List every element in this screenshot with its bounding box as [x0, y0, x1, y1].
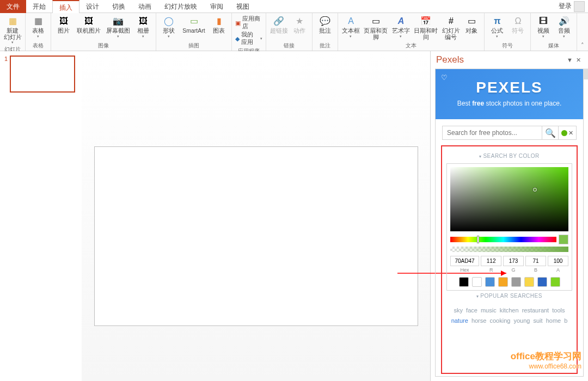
smartart-button[interactable]: ▭SmartArt: [180, 14, 207, 34]
table-icon: ▦: [31, 15, 45, 27]
popular-search-term[interactable]: face: [466, 307, 481, 314]
tab-slideshow[interactable]: 幻灯片放映: [158, 0, 204, 13]
slidenumber-button[interactable]: #幻灯片 编号: [442, 14, 460, 40]
screenshot-button[interactable]: 📷屏幕截图▾: [105, 14, 132, 38]
preset-swatch[interactable]: [472, 277, 482, 287]
comment-button[interactable]: 💬批注: [316, 14, 334, 34]
r-input[interactable]: [481, 256, 501, 266]
a-input[interactable]: [548, 256, 568, 266]
tab-file[interactable]: 文件: [0, 0, 26, 13]
preset-swatch[interactable]: [459, 277, 469, 287]
headerfooter-button[interactable]: ▭页眉和页脚: [362, 14, 389, 40]
hyperlink-icon: 🔗: [272, 15, 286, 27]
popular-search-term[interactable]: restaurant: [522, 307, 553, 314]
tab-animation[interactable]: 动画: [132, 0, 158, 13]
color-filter-chip[interactable]: ✕: [558, 126, 577, 140]
scrollbar[interactable]: [583, 69, 588, 79]
screenshot-icon: 📷: [111, 15, 125, 27]
slide-canvas[interactable]: [82, 51, 430, 381]
preset-swatch[interactable]: [550, 277, 560, 287]
preset-swatch[interactable]: [537, 277, 547, 287]
shapes-button[interactable]: ◯形状▾: [160, 14, 178, 38]
tab-home[interactable]: 开始: [26, 0, 52, 13]
object-button[interactable]: ▭对象: [462, 14, 481, 34]
tab-transition[interactable]: 切换: [106, 0, 132, 13]
datetime-icon: 📅: [419, 15, 433, 27]
hex-input[interactable]: [450, 256, 479, 266]
tab-review[interactable]: 审阅: [204, 0, 230, 13]
preset-swatches: [450, 277, 568, 287]
video-button[interactable]: 🎞视频▾: [534, 14, 553, 38]
g-input[interactable]: [503, 256, 524, 266]
group-text-label: 文本: [406, 41, 416, 51]
popular-search-term[interactable]: b: [564, 317, 567, 324]
hue-slider[interactable]: [450, 237, 556, 242]
preset-swatch[interactable]: [498, 277, 508, 287]
slide-thumbnail-1[interactable]: [10, 56, 75, 93]
popular-search-term[interactable]: kitchen: [500, 307, 522, 314]
popular-search-term[interactable]: home: [546, 317, 565, 324]
album-button[interactable]: 🖼相册▾: [134, 14, 152, 38]
tab-design[interactable]: 设计: [79, 0, 106, 13]
group-media-label: 媒体: [548, 41, 559, 51]
preset-swatch[interactable]: [524, 277, 534, 287]
wordart-button[interactable]: A艺术字▾: [391, 14, 410, 38]
popular-search-term[interactable]: tools: [552, 307, 565, 314]
picture-button[interactable]: 🖼图片: [54, 14, 73, 34]
tab-insert[interactable]: 插入: [52, 0, 79, 13]
popular-search-term[interactable]: cooking: [489, 317, 513, 324]
new-slide-icon: ▦: [5, 15, 20, 27]
popular-search-term[interactable]: sky: [454, 307, 467, 314]
login-label: 登录: [559, 2, 572, 11]
slide-1[interactable]: [94, 146, 418, 326]
clear-color-icon[interactable]: ✕: [568, 130, 573, 137]
popular-search-term[interactable]: horse: [471, 317, 490, 324]
login-button[interactable]: 登录: [555, 1, 588, 12]
group-comments-label: 批注: [320, 41, 330, 51]
datetime-button[interactable]: 📅日期和时间: [412, 14, 439, 40]
online-picture-button[interactable]: 🖼联机图片: [75, 14, 102, 34]
group-tables-label: 表格: [33, 41, 44, 51]
my-apps-button[interactable]: ◆我的应用 ▾: [235, 31, 262, 46]
popular-search-term[interactable]: nature: [451, 317, 471, 324]
heart-icon[interactable]: ♡: [441, 73, 448, 82]
preset-swatch[interactable]: [485, 277, 495, 287]
alpha-slider[interactable]: [450, 247, 568, 252]
collapse-ribbon-button[interactable]: ˄: [577, 13, 588, 51]
pane-close-button[interactable]: ✕: [574, 57, 583, 64]
smartart-icon: ▭: [187, 15, 201, 27]
saturation-value-field[interactable]: [450, 167, 568, 231]
search-icon[interactable]: 🔍: [542, 126, 558, 140]
chart-button[interactable]: ▮图表: [210, 14, 228, 34]
online-picture-icon: 🖼: [82, 15, 96, 27]
myapps-icon: ◆: [235, 35, 240, 42]
task-pane: Pexels ▼ ✕ ♡ PEXELS Best free stock phot…: [430, 51, 588, 381]
table-button[interactable]: ▦表格▾: [29, 14, 47, 38]
symbol-button: Ω符号: [509, 14, 527, 34]
section-search-by-color[interactable]: SEARCH BY COLOR: [446, 153, 572, 159]
textbox-button[interactable]: A文本框▾: [341, 14, 360, 38]
picture-icon: 🖼: [57, 15, 71, 27]
equation-icon: π: [490, 15, 504, 27]
avatar-icon: [574, 1, 585, 12]
popular-search-term[interactable]: suit: [533, 317, 546, 324]
popular-search-term[interactable]: music: [481, 307, 500, 314]
popular-search-term[interactable]: young: [513, 317, 533, 324]
equation-button[interactable]: π公式▾: [488, 14, 506, 38]
b-label: B: [525, 267, 546, 273]
comment-icon: 💬: [318, 15, 332, 27]
app-store-button[interactable]: ▣应用商店: [235, 15, 262, 30]
preset-swatch[interactable]: [511, 277, 521, 287]
sv-cursor[interactable]: [533, 188, 537, 192]
new-slide-button[interactable]: ▦新建 幻灯片▾: [3, 14, 22, 45]
slide-thumbnails: 1: [0, 51, 82, 381]
hue-thumb[interactable]: [477, 236, 479, 243]
group-images-label: 图像: [98, 41, 109, 51]
section-popular-searches[interactable]: POPULAR SEARCHES: [446, 293, 572, 299]
b-input[interactable]: [525, 256, 546, 266]
pane-title: Pexels: [436, 54, 464, 65]
tab-view[interactable]: 视图: [230, 0, 256, 13]
audio-button[interactable]: 🔊音频▾: [555, 14, 573, 38]
search-input[interactable]: [442, 126, 542, 140]
pane-menu-button[interactable]: ▼: [565, 57, 574, 63]
